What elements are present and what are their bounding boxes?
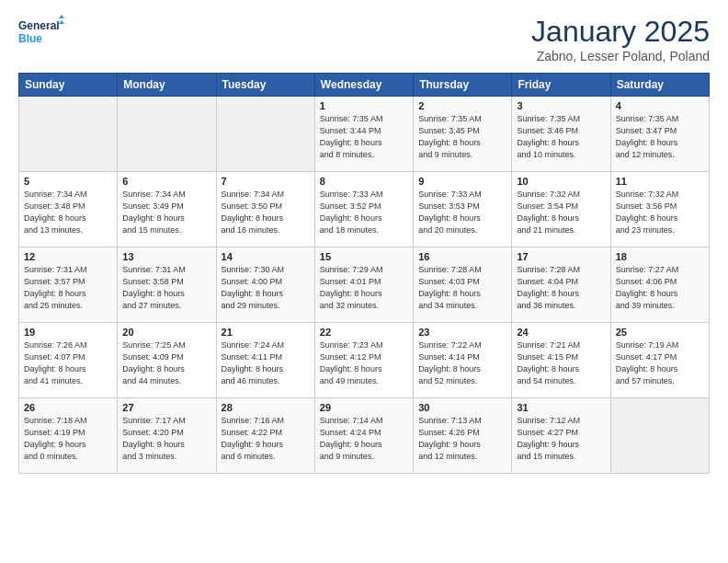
day-number: 21 <box>222 327 310 338</box>
week-row-1: 1Sunrise: 7:35 AMSunset: 3:44 PMDaylight… <box>19 97 710 172</box>
calendar-cell: 2Sunrise: 7:35 AMSunset: 3:45 PMDaylight… <box>414 97 512 172</box>
day-number: 23 <box>418 327 506 338</box>
day-info: Sunrise: 7:27 AMSunset: 4:06 PMDaylight:… <box>616 264 704 312</box>
calendar-cell <box>216 97 314 172</box>
day-info: Sunrise: 7:31 AMSunset: 3:58 PMDaylight:… <box>122 264 210 312</box>
calendar-cell: 23Sunrise: 7:22 AMSunset: 4:14 PMDayligh… <box>414 323 512 398</box>
day-number: 6 <box>122 176 210 187</box>
calendar-cell: 3Sunrise: 7:35 AMSunset: 3:46 PMDaylight… <box>512 97 610 172</box>
day-info: Sunrise: 7:32 AMSunset: 3:54 PMDaylight:… <box>517 189 605 236</box>
day-number: 5 <box>24 176 112 187</box>
calendar-cell <box>118 97 216 172</box>
calendar-cell: 26Sunrise: 7:18 AMSunset: 4:19 PMDayligh… <box>19 398 118 474</box>
day-info: Sunrise: 7:35 AMSunset: 3:44 PMDaylight:… <box>320 113 408 161</box>
day-number: 19 <box>24 327 112 338</box>
day-number: 8 <box>320 176 408 187</box>
day-info: Sunrise: 7:19 AMSunset: 4:17 PMDaylight:… <box>616 339 704 387</box>
day-info: Sunrise: 7:17 AMSunset: 4:20 PMDaylight:… <box>122 415 210 463</box>
calendar-cell: 13Sunrise: 7:31 AMSunset: 3:58 PMDayligh… <box>118 247 216 323</box>
svg-marker-2 <box>59 15 64 18</box>
calendar-title: January 2025 <box>531 15 710 49</box>
day-number: 15 <box>320 251 408 262</box>
logo: General Blue <box>18 15 64 52</box>
calendar-cell: 7Sunrise: 7:34 AMSunset: 3:50 PMDaylight… <box>216 172 314 247</box>
day-info: Sunrise: 7:35 AMSunset: 3:45 PMDaylight:… <box>418 113 506 161</box>
calendar-cell: 9Sunrise: 7:33 AMSunset: 3:53 PMDaylight… <box>414 172 512 247</box>
week-row-3: 12Sunrise: 7:31 AMSunset: 3:57 PMDayligh… <box>19 247 710 323</box>
day-number: 20 <box>122 327 210 338</box>
day-info: Sunrise: 7:25 AMSunset: 4:09 PMDaylight:… <box>122 339 210 387</box>
calendar-cell: 19Sunrise: 7:26 AMSunset: 4:07 PMDayligh… <box>19 323 118 398</box>
calendar-cell: 1Sunrise: 7:35 AMSunset: 3:44 PMDaylight… <box>314 97 413 172</box>
day-number: 2 <box>418 100 506 111</box>
day-info: Sunrise: 7:21 AMSunset: 4:15 PMDaylight:… <box>517 339 605 387</box>
calendar-cell: 28Sunrise: 7:16 AMSunset: 4:22 PMDayligh… <box>216 398 314 474</box>
calendar-cell: 29Sunrise: 7:14 AMSunset: 4:24 PMDayligh… <box>314 398 413 474</box>
calendar-cell: 11Sunrise: 7:32 AMSunset: 3:56 PMDayligh… <box>610 172 709 247</box>
calendar-cell: 21Sunrise: 7:24 AMSunset: 4:11 PMDayligh… <box>216 323 314 398</box>
calendar-subtitle: Zabno, Lesser Poland, Poland <box>531 49 710 63</box>
day-number: 10 <box>517 176 605 187</box>
calendar-cell: 27Sunrise: 7:17 AMSunset: 4:20 PMDayligh… <box>118 398 216 474</box>
calendar-cell: 17Sunrise: 7:28 AMSunset: 4:04 PMDayligh… <box>512 247 610 323</box>
calendar-cell: 18Sunrise: 7:27 AMSunset: 4:06 PMDayligh… <box>610 247 709 323</box>
day-number: 30 <box>418 402 506 413</box>
week-row-4: 19Sunrise: 7:26 AMSunset: 4:07 PMDayligh… <box>19 323 710 398</box>
day-info: Sunrise: 7:14 AMSunset: 4:24 PMDaylight:… <box>320 415 408 463</box>
day-number: 17 <box>517 251 605 262</box>
calendar-cell: 25Sunrise: 7:19 AMSunset: 4:17 PMDayligh… <box>610 323 709 398</box>
svg-text:General: General <box>18 19 60 32</box>
calendar-cell <box>19 97 118 172</box>
day-number: 7 <box>222 176 310 187</box>
day-number: 31 <box>517 402 605 413</box>
day-info: Sunrise: 7:32 AMSunset: 3:56 PMDaylight:… <box>616 189 704 236</box>
day-number: 4 <box>616 100 704 111</box>
day-number: 11 <box>616 176 704 187</box>
day-info: Sunrise: 7:22 AMSunset: 4:14 PMDaylight:… <box>418 339 506 387</box>
day-info: Sunrise: 7:24 AMSunset: 4:11 PMDaylight:… <box>222 339 310 387</box>
day-number: 24 <box>517 327 605 338</box>
calendar-cell: 8Sunrise: 7:33 AMSunset: 3:52 PMDaylight… <box>314 172 413 247</box>
weekday-header-friday: Friday <box>512 74 610 97</box>
day-number: 27 <box>122 402 210 413</box>
day-number: 16 <box>418 251 506 262</box>
day-number: 28 <box>222 402 310 413</box>
weekday-header-tuesday: Tuesday <box>216 74 314 97</box>
day-info: Sunrise: 7:28 AMSunset: 4:04 PMDaylight:… <box>517 264 605 312</box>
day-info: Sunrise: 7:33 AMSunset: 3:52 PMDaylight:… <box>320 189 408 236</box>
day-info: Sunrise: 7:16 AMSunset: 4:22 PMDaylight:… <box>222 415 310 463</box>
calendar-cell: 5Sunrise: 7:34 AMSunset: 3:48 PMDaylight… <box>19 172 118 247</box>
weekday-header-wednesday: Wednesday <box>314 74 413 97</box>
weekday-header-row: SundayMondayTuesdayWednesdayThursdayFrid… <box>19 74 710 97</box>
day-number: 18 <box>616 251 704 262</box>
header: General Blue January 2025 Zabno, Lesser … <box>18 15 710 63</box>
day-number: 13 <box>122 251 210 262</box>
weekday-header-monday: Monday <box>118 74 216 97</box>
day-info: Sunrise: 7:26 AMSunset: 4:07 PMDaylight:… <box>24 339 112 387</box>
svg-text:Blue: Blue <box>18 32 42 45</box>
calendar-cell: 24Sunrise: 7:21 AMSunset: 4:15 PMDayligh… <box>512 323 610 398</box>
title-section: January 2025 Zabno, Lesser Poland, Polan… <box>531 15 710 63</box>
day-number: 9 <box>418 176 506 187</box>
weekday-header-thursday: Thursday <box>414 74 512 97</box>
day-info: Sunrise: 7:30 AMSunset: 4:00 PMDaylight:… <box>222 264 310 312</box>
calendar-cell: 12Sunrise: 7:31 AMSunset: 3:57 PMDayligh… <box>19 247 118 323</box>
calendar-cell: 14Sunrise: 7:30 AMSunset: 4:00 PMDayligh… <box>216 247 314 323</box>
day-info: Sunrise: 7:28 AMSunset: 4:03 PMDaylight:… <box>418 264 506 312</box>
day-number: 29 <box>320 402 408 413</box>
day-info: Sunrise: 7:33 AMSunset: 3:53 PMDaylight:… <box>418 189 506 236</box>
day-number: 22 <box>320 327 408 338</box>
logo-svg: General Blue <box>18 15 64 52</box>
calendar-cell: 15Sunrise: 7:29 AMSunset: 4:01 PMDayligh… <box>314 247 413 323</box>
day-info: Sunrise: 7:34 AMSunset: 3:48 PMDaylight:… <box>24 189 112 236</box>
day-info: Sunrise: 7:13 AMSunset: 4:26 PMDaylight:… <box>418 415 506 463</box>
calendar-table: SundayMondayTuesdayWednesdayThursdayFrid… <box>18 73 710 474</box>
calendar-cell <box>610 398 709 474</box>
day-number: 26 <box>24 402 112 413</box>
week-row-2: 5Sunrise: 7:34 AMSunset: 3:48 PMDaylight… <box>19 172 710 247</box>
day-number: 25 <box>616 327 704 338</box>
day-info: Sunrise: 7:31 AMSunset: 3:57 PMDaylight:… <box>24 264 112 312</box>
calendar-page: General Blue January 2025 Zabno, Lesser … <box>0 0 728 563</box>
calendar-cell: 10Sunrise: 7:32 AMSunset: 3:54 PMDayligh… <box>512 172 610 247</box>
calendar-cell: 16Sunrise: 7:28 AMSunset: 4:03 PMDayligh… <box>414 247 512 323</box>
